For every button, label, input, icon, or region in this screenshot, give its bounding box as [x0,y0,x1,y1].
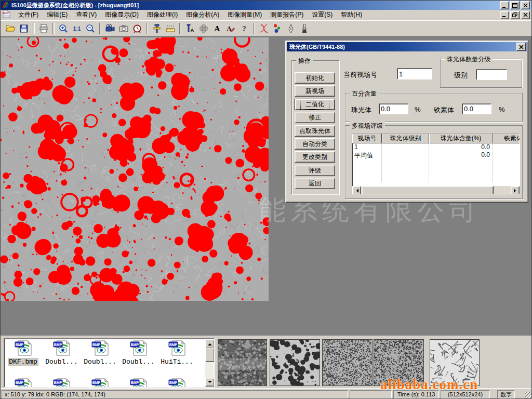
current-view-input[interactable] [397,68,432,79]
rating-table-cell [493,151,520,159]
menu-item-5[interactable]: 图像处理(I) [143,9,182,20]
video-camera-icon[interactable] [103,22,117,35]
save-icon[interactable] [17,22,31,35]
op-button-7[interactable]: 更改类别 [295,151,335,163]
edit-text-icon[interactable]: A [224,22,237,35]
multi-rating-group-label: 多视场评级 [350,122,385,130]
caliper-icon[interactable] [150,22,164,35]
mdi-minimize-button[interactable] [500,11,509,19]
dialog-title-bar[interactable]: 珠光体(GB/T9441-88) [287,42,527,51]
classify-dots-icon[interactable] [271,22,284,35]
pen-icon[interactable] [284,22,298,35]
file-item-2[interactable]: BMPDoubl... [45,340,78,366]
op-button-2[interactable]: 新视场 [295,85,335,97]
current-view-label: 当前视场号 [343,70,377,79]
rating-table-row[interactable]: 平均值0.0 [352,151,520,159]
rating-table-cell [382,159,429,167]
menu-item-1[interactable]: 文件(F) [14,9,43,20]
document-icon[interactable]: DOC [2,10,11,20]
camera-icon[interactable] [117,22,130,35]
rating-table-cell: 1 [352,143,382,151]
rating-table-hscrollbar[interactable] [352,186,520,194]
open-icon[interactable] [4,22,17,35]
file-name: Doubl... [83,358,117,366]
rating-table[interactable]: 视场号珠光体级别珠光体含量(%)铁素体10.0平均值0.0 [352,133,520,194]
file-list-scrollbar[interactable] [205,339,214,387]
op-button-9[interactable]: 返回 [295,178,335,189]
zoom-out-icon[interactable] [84,22,97,35]
help-icon[interactable]: ? [237,22,251,35]
menu-item-4[interactable]: 图像显示(D) [101,9,143,20]
rating-table-cell [429,167,493,175]
rating-table-header: 珠光体级别 [382,134,429,143]
thumbnail-5[interactable] [430,339,480,386]
op-button-6[interactable]: 自动分类 [295,138,335,150]
maximize-button[interactable] [510,1,520,9]
thumbnail-3[interactable] [322,339,373,386]
measure-text-icon[interactable]: A [183,22,197,35]
file-list[interactable]: BMPDKF.bmpBMPDoubl...BMPDoubl...BMPDoubl… [4,338,215,388]
mdi-restore-button[interactable] [510,11,520,19]
print-icon[interactable] [37,22,50,35]
file-item-1[interactable]: BMPDKF.bmp [6,340,40,366]
ruler-icon[interactable] [164,22,177,35]
op-button-8[interactable]: 评级 [295,165,335,176]
workspace: 能系统有限公司 珠光体(GB/T9441-88) 操作 初始化新视场二值化修正点… [1,36,532,336]
file-item-5[interactable]: BMPHuiTi... [160,340,194,366]
thumbnail-1[interactable] [218,339,267,386]
menu-item-3[interactable]: 查看(V) [72,9,101,20]
op-button-4[interactable]: 修正 [295,112,335,123]
scroll-up-button[interactable] [205,339,215,348]
op-button-label: 二值化 [300,100,329,110]
op-button-label: 自动分类 [302,140,327,149]
thumbnail-4[interactable] [374,339,424,386]
text-icon[interactable]: A [210,22,224,35]
scroll-down-button[interactable] [205,378,215,387]
pearlite-dialog: 珠光体(GB/T9441-88) 操作 初始化新视场二值化修正点取珠光体自动分类… [285,41,528,203]
rating-table-row[interactable] [352,159,520,167]
pearlite-input[interactable] [379,103,408,114]
hscroll-thumb[interactable] [362,186,494,194]
bmp-file-icon: BMP [53,378,71,387]
rating-table-row[interactable] [352,175,520,182]
toolbar-separator [99,23,101,34]
grade-input[interactable] [476,69,507,80]
file-item-4[interactable]: BMPDoubl... [122,340,155,366]
file-list-next-row: BMPBMPBMPBMPBMP [6,378,194,387]
menu-item-9[interactable]: 设置(S) [308,9,337,20]
menu-item-8[interactable]: 测量报告(P) [266,9,308,20]
op-button-5[interactable]: 点取珠光体 [295,125,335,137]
actual-size-icon[interactable]: 1:1 [70,22,84,35]
scroll-thumb[interactable] [205,348,215,362]
brush-icon[interactable] [298,22,311,35]
dialog-close-button[interactable] [516,43,526,51]
svg-text:BMP: BMP [54,343,62,347]
micrograph-image[interactable] [1,37,269,301]
curve-icon[interactable] [257,22,271,35]
rating-table-cell [493,159,520,167]
thumbnail-2[interactable] [270,339,320,386]
hscroll-right-button[interactable] [511,186,520,194]
menu-item-2[interactable]: 编辑(E) [43,9,72,20]
op-button-3[interactable]: 二值化 [295,99,335,110]
file-item-3[interactable]: BMPDoubl... [83,340,117,366]
close-button[interactable] [521,1,530,9]
op-button-label: 初始化 [305,74,324,83]
ferrite-input[interactable] [462,103,491,114]
multi-rating-group: 多视场评级 视场号珠光体级别珠光体含量(%)铁素体10.0平均值0.0 [345,125,523,199]
clock-icon[interactable] [130,22,144,35]
zoom-in-icon[interactable] [57,22,70,35]
rating-table-row[interactable] [352,167,520,175]
hscroll-left-button[interactable] [352,186,361,194]
rating-table-row[interactable]: 10.0 [352,143,520,151]
mdi-close-button[interactable] [521,11,530,19]
op-button-1[interactable]: 初始化 [295,72,335,84]
minimize-button[interactable] [500,1,509,9]
grid-cross-icon[interactable] [197,22,210,35]
menu-item-6[interactable]: 图像分析(A) [182,9,223,20]
rating-table-cell [382,175,429,182]
rating-table-cell [429,159,493,167]
menu-item-7[interactable]: 图像测量(M) [223,9,266,20]
resize-grip[interactable] [525,392,531,398]
menu-item-10[interactable]: 帮助(H) [337,9,366,20]
